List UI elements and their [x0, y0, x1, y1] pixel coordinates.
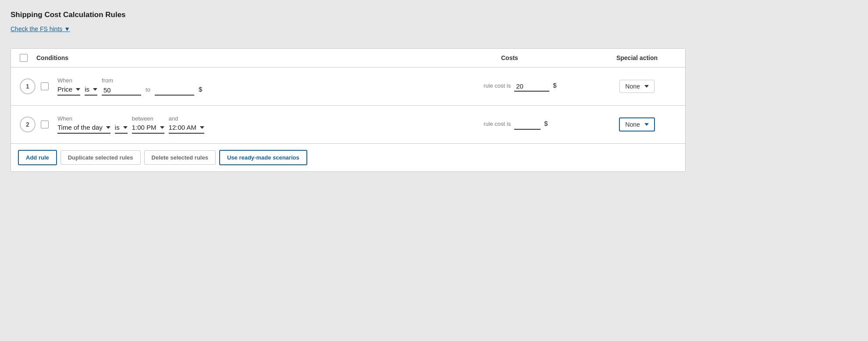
header-select-all-checkbox[interactable] — [20, 54, 28, 62]
rule-checkbox-1[interactable] — [41, 82, 49, 90]
special-value-1: None — [625, 83, 640, 90]
rule-cost-label-1: rule cost is — [484, 82, 511, 92]
rules-table: Conditions Costs Special action 1 When P… — [11, 48, 686, 172]
special-arrow-2 — [644, 123, 649, 126]
rule-conditions-2: When Time of the day is between 1:00 PM — [57, 115, 484, 134]
between-time-arrow-2 — [160, 126, 164, 129]
between-label-2: between — [132, 115, 164, 122]
between-group-2: between 1:00 PM — [132, 115, 164, 134]
condition-type-arrow-2 — [106, 126, 110, 129]
cost-input-1[interactable] — [514, 82, 549, 92]
special-arrow-1 — [644, 85, 649, 88]
operator-group-1: is — [85, 77, 97, 96]
rule-conditions-1: When Price is from to — [57, 77, 484, 96]
condition-type-value-1: Price — [57, 85, 72, 93]
to-input-1[interactable] — [155, 85, 194, 96]
conditions-header: Conditions — [36, 54, 501, 61]
cost-currency-2: $ — [544, 120, 548, 130]
when-group-2: When Time of the day — [57, 115, 110, 134]
to-label-empty-1 — [155, 77, 194, 84]
operator-label-empty-1 — [85, 77, 97, 84]
duplicate-rules-button[interactable]: Duplicate selected rules — [60, 150, 141, 165]
delete-rules-button[interactable]: Delete selected rules — [144, 150, 216, 165]
when-label-1: When — [57, 77, 80, 84]
rule-cost-2: rule cost is $ — [484, 120, 598, 130]
rule-special-2: None — [598, 117, 676, 131]
cost-input-2[interactable] — [514, 120, 541, 130]
cost-currency-1: $ — [553, 82, 556, 92]
special-action-header: Special action — [598, 54, 676, 61]
special-select-1[interactable]: None — [619, 80, 654, 93]
and-label-2: and — [169, 115, 204, 122]
from-label-1: from — [102, 77, 141, 84]
from-group-1: from — [102, 77, 141, 96]
rule-cost-label-2: rule cost is — [484, 121, 511, 130]
when-label-2: When — [57, 115, 110, 122]
to-group-1 — [155, 77, 194, 96]
rule-row-2: 2 When Time of the day is b — [11, 106, 685, 144]
rule-number-1: 1 — [20, 78, 36, 94]
to-currency-1: $ — [199, 85, 202, 96]
special-value-2: None — [625, 121, 640, 128]
rule-cost-1: rule cost is $ — [484, 82, 598, 92]
when-group-1: When Price — [57, 77, 80, 96]
operator-value-2: is — [115, 124, 120, 131]
special-select-2[interactable]: None — [619, 117, 655, 131]
to-connector-1: to — [146, 86, 150, 96]
operator-select-1[interactable]: is — [85, 85, 97, 96]
and-time-value-2: 12:00 AM — [169, 124, 196, 131]
rule-special-1: None — [598, 80, 676, 93]
condition-type-select-2[interactable]: Time of the day — [57, 124, 110, 134]
table-footer: Add rule Duplicate selected rules Delete… — [11, 144, 685, 171]
from-input-1[interactable] — [102, 85, 141, 96]
and-time-select-2[interactable]: 12:00 AM — [169, 124, 204, 134]
and-group-2: and 12:00 AM — [169, 115, 204, 134]
operator-select-2[interactable]: is — [115, 124, 128, 134]
rule-row-1: 1 When Price is from — [11, 67, 685, 106]
between-time-value-2: 1:00 PM — [132, 124, 157, 131]
operator-group-2: is — [115, 115, 128, 134]
rule-number-2: 2 — [20, 117, 36, 132]
operator-arrow-2 — [123, 126, 128, 129]
operator-arrow-1 — [93, 88, 97, 91]
costs-header: Costs — [501, 54, 598, 61]
between-time-select-2[interactable]: 1:00 PM — [132, 124, 164, 134]
condition-type-value-2: Time of the day — [57, 124, 103, 131]
condition-type-arrow-1 — [76, 88, 80, 91]
fs-hints-link[interactable]: Check the FS hints ▼ — [11, 25, 70, 32]
rule-checkbox-2[interactable] — [41, 121, 49, 128]
operator-value-1: is — [85, 85, 89, 93]
operator-label-empty-2 — [115, 115, 128, 122]
add-rule-button[interactable]: Add rule — [18, 150, 57, 165]
table-header: Conditions Costs Special action — [11, 49, 685, 67]
and-time-arrow-2 — [200, 126, 204, 129]
use-scenarios-button[interactable]: Use ready-made scenarios — [219, 150, 307, 165]
condition-type-select-1[interactable]: Price — [57, 85, 80, 96]
page-title: Shipping Cost Calculation Rules — [11, 11, 857, 19]
